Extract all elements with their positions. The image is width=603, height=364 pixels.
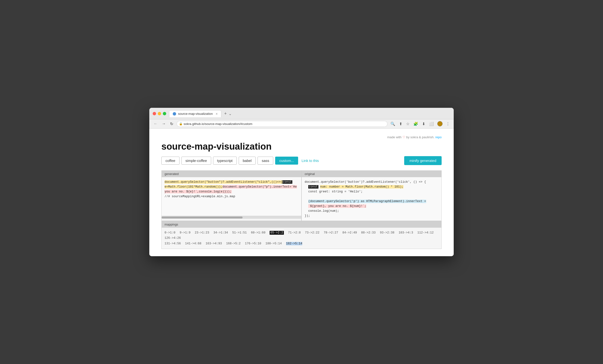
maximize-button[interactable] bbox=[163, 112, 166, 115]
download-icon-button[interactable]: ⬇ bbox=[422, 121, 426, 127]
original-panel: original document.querySelector('button'… bbox=[302, 170, 442, 221]
preset-buttons: coffee simple-coffee typescript babel sa… bbox=[161, 156, 442, 165]
tab-menu-button[interactable]: ⌄ bbox=[229, 111, 232, 116]
menu-button[interactable]: ⋮ bbox=[445, 121, 450, 127]
mapping-0[interactable]: 0->1:0 bbox=[164, 231, 175, 235]
window-controls bbox=[153, 112, 166, 115]
tab-close-button[interactable]: × bbox=[216, 112, 218, 116]
tab-title: source-map-visualization bbox=[178, 112, 213, 116]
preset-babel[interactable]: babel bbox=[239, 157, 256, 164]
made-with-prefix: made with bbox=[387, 135, 402, 139]
browser-window: source-map-visualization × + ⌄ ← → ↻ 🔒 🔍… bbox=[149, 108, 454, 257]
original-code: document.querySelector('button')?.addEve… bbox=[302, 177, 441, 221]
mappings-header: mappings bbox=[162, 221, 441, 228]
mapping-22[interactable]: 182->5:14 bbox=[286, 242, 302, 245]
generated-scrollbar-thumb[interactable] bbox=[162, 217, 243, 219]
mapping-18[interactable]: 163->4:93 bbox=[206, 242, 222, 245]
title-bar: source-map-visualization × + ⌄ bbox=[149, 108, 454, 119]
lock-icon: 🔒 bbox=[179, 122, 183, 125]
code-panels: generated document.querySelector("button… bbox=[161, 170, 442, 221]
preset-simple-coffee[interactable]: simple-coffee bbox=[181, 157, 211, 164]
mapping-12[interactable]: 93->2:38 bbox=[380, 231, 394, 235]
generated-panel: generated document.querySelector("button… bbox=[161, 170, 302, 221]
mappings-body: 0->1:0 9->1:9 23->1:23 34->1:34 51->1:51… bbox=[162, 228, 441, 249]
reload-button[interactable]: ↻ bbox=[169, 121, 174, 127]
back-button[interactable]: ← bbox=[153, 121, 159, 126]
active-tab[interactable]: source-map-visualization × bbox=[169, 110, 221, 117]
minimize-button[interactable] bbox=[158, 112, 161, 115]
avatar bbox=[437, 121, 443, 126]
mapping-4[interactable]: 51->1:51 bbox=[232, 231, 247, 235]
minify-button[interactable]: minify generated bbox=[404, 156, 442, 165]
original-header: original bbox=[302, 171, 441, 177]
mapping-3[interactable]: 34->1:34 bbox=[214, 231, 228, 235]
bookmark-icon-button[interactable]: ☆ bbox=[406, 121, 410, 127]
extensions-icon-button[interactable]: 🧩 bbox=[413, 121, 419, 127]
mapping-5[interactable]: 60->1:60 bbox=[251, 231, 266, 235]
mapping-8[interactable]: 73->2:22 bbox=[305, 231, 319, 235]
address-input[interactable] bbox=[177, 121, 387, 127]
generated-header: generated bbox=[162, 171, 301, 177]
link-this[interactable]: Link to this bbox=[302, 159, 319, 163]
mapping-6[interactable]: 65->2:2 bbox=[270, 231, 284, 235]
tab-favicon bbox=[173, 112, 176, 116]
mapping-2[interactable]: 23->1:23 bbox=[195, 231, 209, 235]
mapping-17[interactable]: 141->4:68 bbox=[185, 242, 201, 245]
forward-button[interactable]: → bbox=[161, 121, 167, 126]
search-icon-button[interactable]: 🔍 bbox=[390, 121, 396, 127]
mapping-15[interactable]: 126->4:26 bbox=[164, 236, 181, 240]
tabs-bar: source-map-visualization × + ⌄ bbox=[169, 110, 232, 117]
generated-scrollbar[interactable] bbox=[162, 216, 301, 219]
window-icon-button[interactable]: ⬜ bbox=[429, 121, 434, 127]
heart-icon: ♡ bbox=[403, 135, 405, 139]
page-content: made with ♡ by sokra & paulirish. repo s… bbox=[149, 129, 454, 257]
mapping-21[interactable]: 180->5:14 bbox=[266, 242, 282, 245]
mapping-20[interactable]: 176->5:10 bbox=[245, 242, 261, 245]
toolbar-icons: 🔍 ⬆ ☆ 🧩 ⬇ ⬜ ⋮ bbox=[390, 121, 450, 127]
mappings-panel: mappings 0->1:0 9->1:9 23->1:23 34->1:34… bbox=[161, 221, 442, 249]
preset-coffee[interactable]: coffee bbox=[161, 157, 179, 164]
page-title: source-map-visualization bbox=[161, 141, 442, 152]
new-tab-button[interactable]: + bbox=[222, 110, 229, 117]
mapping-10[interactable]: 84->2:49 bbox=[342, 231, 357, 235]
mapping-1[interactable]: 9->1:9 bbox=[180, 231, 191, 235]
mapping-7[interactable]: 71->2:8 bbox=[288, 231, 301, 235]
preset-custom[interactable]: custom... bbox=[275, 157, 298, 164]
generated-code: document.querySelector("button")?.addEve… bbox=[162, 177, 301, 216]
repo-link[interactable]: repo bbox=[435, 135, 442, 139]
made-with: made with ♡ by sokra & paulirish. repo bbox=[161, 135, 442, 139]
address-bar: ← → ↻ 🔒 🔍 ⬆ ☆ 🧩 ⬇ ⬜ ⋮ bbox=[149, 119, 454, 129]
mapping-19[interactable]: 168->5:2 bbox=[226, 242, 241, 245]
address-wrapper: 🔒 bbox=[177, 121, 387, 127]
mapping-13[interactable]: 103->4:3 bbox=[399, 231, 413, 235]
mapping-14[interactable]: 112->4:12 bbox=[417, 231, 434, 235]
mapping-11[interactable]: 88->2:33 bbox=[361, 231, 376, 235]
made-with-middle: by sokra & paulirish. bbox=[406, 135, 434, 139]
mapping-9[interactable]: 78->2:27 bbox=[324, 231, 338, 235]
share-icon-button[interactable]: ⬆ bbox=[399, 121, 403, 127]
close-button[interactable] bbox=[153, 112, 156, 115]
preset-sass[interactable]: sass bbox=[257, 157, 273, 164]
preset-typescript[interactable]: typescript bbox=[213, 157, 237, 164]
mapping-16[interactable]: 131->4:56 bbox=[164, 242, 181, 245]
